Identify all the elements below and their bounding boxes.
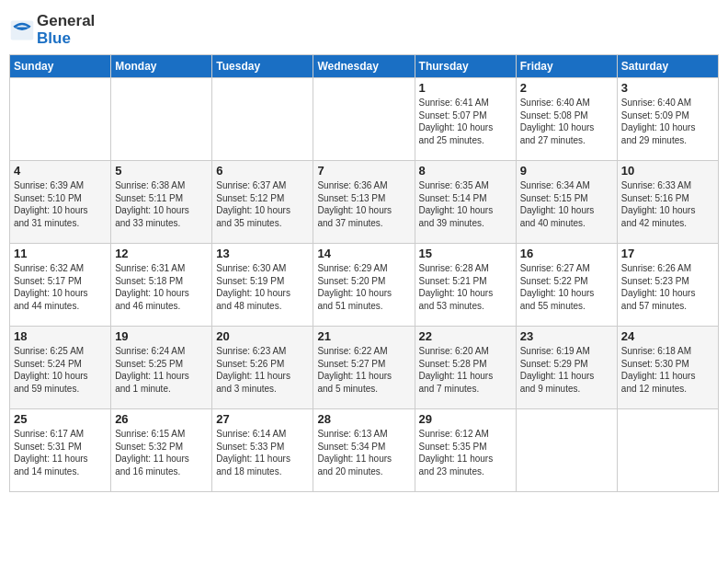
calendar-cell: 17Sunrise: 6:26 AM Sunset: 5:23 PM Dayli… bbox=[617, 244, 718, 327]
calendar-cell: 18Sunrise: 6:25 AM Sunset: 5:24 PM Dayli… bbox=[10, 327, 111, 409]
day-number: 7 bbox=[317, 164, 410, 178]
logo-icon bbox=[9, 17, 35, 43]
cell-info: Sunrise: 6:12 AM Sunset: 5:35 PM Dayligh… bbox=[419, 428, 512, 477]
header-monday: Monday bbox=[111, 55, 212, 78]
cell-info: Sunrise: 6:40 AM Sunset: 5:08 PM Dayligh… bbox=[520, 97, 613, 146]
cell-info: Sunrise: 6:36 AM Sunset: 5:13 PM Dayligh… bbox=[317, 179, 410, 229]
calendar-week-row: 18Sunrise: 6:25 AM Sunset: 5:24 PM Dayli… bbox=[10, 327, 719, 409]
day-number: 20 bbox=[216, 329, 309, 343]
calendar-cell: 4Sunrise: 6:39 AM Sunset: 5:10 PM Daylig… bbox=[10, 161, 111, 244]
day-number: 8 bbox=[419, 164, 512, 178]
day-number: 10 bbox=[621, 164, 714, 178]
calendar-cell: 1Sunrise: 6:41 AM Sunset: 5:07 PM Daylig… bbox=[415, 78, 516, 161]
cell-info: Sunrise: 6:35 AM Sunset: 5:14 PM Dayligh… bbox=[419, 179, 512, 229]
cell-info: Sunrise: 6:27 AM Sunset: 5:22 PM Dayligh… bbox=[520, 262, 613, 312]
calendar-cell: 19Sunrise: 6:24 AM Sunset: 5:25 PM Dayli… bbox=[111, 327, 212, 409]
header-wednesday: Wednesday bbox=[313, 55, 415, 78]
day-number: 13 bbox=[216, 247, 309, 260]
cell-info: Sunrise: 6:25 AM Sunset: 5:24 PM Dayligh… bbox=[14, 345, 107, 395]
calendar-cell bbox=[313, 78, 415, 161]
calendar-cell: 20Sunrise: 6:23 AM Sunset: 5:26 PM Dayli… bbox=[212, 327, 313, 409]
calendar-cell bbox=[617, 409, 718, 492]
calendar-cell bbox=[10, 78, 111, 161]
calendar-cell: 15Sunrise: 6:28 AM Sunset: 5:21 PM Dayli… bbox=[415, 244, 516, 327]
calendar-cell: 2Sunrise: 6:40 AM Sunset: 5:08 PM Daylig… bbox=[516, 78, 617, 161]
calendar-cell bbox=[212, 78, 313, 161]
calendar-cell: 21Sunrise: 6:22 AM Sunset: 5:27 PM Dayli… bbox=[313, 327, 415, 409]
calendar-cell: 8Sunrise: 6:35 AM Sunset: 5:14 PM Daylig… bbox=[415, 161, 516, 244]
calendar-cell: 24Sunrise: 6:18 AM Sunset: 5:30 PM Dayli… bbox=[617, 327, 718, 409]
calendar-header-row: SundayMondayTuesdayWednesdayThursdayFrid… bbox=[10, 55, 719, 78]
calendar-week-row: 11Sunrise: 6:32 AM Sunset: 5:17 PM Dayli… bbox=[10, 244, 719, 327]
calendar-cell: 14Sunrise: 6:29 AM Sunset: 5:20 PM Dayli… bbox=[313, 244, 415, 327]
calendar-cell: 27Sunrise: 6:14 AM Sunset: 5:33 PM Dayli… bbox=[212, 409, 313, 492]
cell-info: Sunrise: 6:39 AM Sunset: 5:10 PM Dayligh… bbox=[14, 179, 107, 229]
cell-info: Sunrise: 6:19 AM Sunset: 5:29 PM Dayligh… bbox=[520, 345, 613, 395]
page-header: General Blue bbox=[9, 9, 719, 47]
cell-info: Sunrise: 6:32 AM Sunset: 5:17 PM Dayligh… bbox=[14, 262, 107, 312]
day-number: 25 bbox=[14, 412, 107, 426]
header-friday: Friday bbox=[516, 55, 617, 78]
calendar-cell: 10Sunrise: 6:33 AM Sunset: 5:16 PM Dayli… bbox=[617, 161, 718, 244]
calendar-week-row: 4Sunrise: 6:39 AM Sunset: 5:10 PM Daylig… bbox=[10, 161, 719, 244]
cell-info: Sunrise: 6:15 AM Sunset: 5:32 PM Dayligh… bbox=[115, 428, 208, 477]
day-number: 22 bbox=[419, 329, 512, 343]
logo-general: General bbox=[37, 13, 95, 30]
cell-info: Sunrise: 6:29 AM Sunset: 5:20 PM Dayligh… bbox=[317, 262, 410, 312]
calendar-cell: 6Sunrise: 6:37 AM Sunset: 5:12 PM Daylig… bbox=[212, 161, 313, 244]
calendar-cell: 29Sunrise: 6:12 AM Sunset: 5:35 PM Dayli… bbox=[415, 409, 516, 492]
cell-info: Sunrise: 6:37 AM Sunset: 5:12 PM Dayligh… bbox=[216, 179, 309, 229]
cell-info: Sunrise: 6:13 AM Sunset: 5:34 PM Dayligh… bbox=[317, 428, 410, 477]
day-number: 14 bbox=[317, 247, 410, 260]
logo: General Blue bbox=[9, 13, 95, 47]
calendar-table: SundayMondayTuesdayWednesdayThursdayFrid… bbox=[9, 54, 719, 492]
calendar-cell bbox=[111, 78, 212, 161]
cell-info: Sunrise: 6:41 AM Sunset: 5:07 PM Dayligh… bbox=[419, 97, 512, 146]
day-number: 24 bbox=[621, 329, 714, 343]
calendar-cell: 28Sunrise: 6:13 AM Sunset: 5:34 PM Dayli… bbox=[313, 409, 415, 492]
header-saturday: Saturday bbox=[617, 55, 718, 78]
calendar-cell: 12Sunrise: 6:31 AM Sunset: 5:18 PM Dayli… bbox=[111, 244, 212, 327]
cell-info: Sunrise: 6:22 AM Sunset: 5:27 PM Dayligh… bbox=[317, 345, 410, 395]
header-thursday: Thursday bbox=[415, 55, 516, 78]
day-number: 21 bbox=[317, 329, 410, 343]
day-number: 17 bbox=[621, 247, 714, 260]
day-number: 4 bbox=[14, 164, 107, 178]
calendar-week-row: 1Sunrise: 6:41 AM Sunset: 5:07 PM Daylig… bbox=[10, 78, 719, 161]
calendar-cell: 13Sunrise: 6:30 AM Sunset: 5:19 PM Dayli… bbox=[212, 244, 313, 327]
cell-info: Sunrise: 6:26 AM Sunset: 5:23 PM Dayligh… bbox=[621, 262, 714, 312]
day-number: 29 bbox=[419, 412, 512, 426]
cell-info: Sunrise: 6:20 AM Sunset: 5:28 PM Dayligh… bbox=[419, 345, 512, 395]
cell-info: Sunrise: 6:17 AM Sunset: 5:31 PM Dayligh… bbox=[14, 428, 107, 477]
day-number: 19 bbox=[115, 329, 208, 343]
day-number: 18 bbox=[14, 329, 107, 343]
calendar-cell: 7Sunrise: 6:36 AM Sunset: 5:13 PM Daylig… bbox=[313, 161, 415, 244]
calendar-cell: 5Sunrise: 6:38 AM Sunset: 5:11 PM Daylig… bbox=[111, 161, 212, 244]
day-number: 26 bbox=[115, 412, 208, 426]
day-number: 3 bbox=[621, 81, 714, 95]
cell-info: Sunrise: 6:24 AM Sunset: 5:25 PM Dayligh… bbox=[115, 345, 208, 395]
day-number: 2 bbox=[520, 81, 613, 95]
calendar-cell bbox=[516, 409, 617, 492]
calendar-cell: 3Sunrise: 6:40 AM Sunset: 5:09 PM Daylig… bbox=[617, 78, 718, 161]
day-number: 11 bbox=[14, 247, 107, 260]
cell-info: Sunrise: 6:30 AM Sunset: 5:19 PM Dayligh… bbox=[216, 262, 309, 312]
cell-info: Sunrise: 6:34 AM Sunset: 5:15 PM Dayligh… bbox=[520, 179, 613, 229]
cell-info: Sunrise: 6:40 AM Sunset: 5:09 PM Dayligh… bbox=[621, 97, 714, 146]
day-number: 28 bbox=[317, 412, 410, 426]
day-number: 5 bbox=[115, 164, 208, 178]
day-number: 9 bbox=[520, 164, 613, 178]
day-number: 6 bbox=[216, 164, 309, 178]
cell-info: Sunrise: 6:18 AM Sunset: 5:30 PM Dayligh… bbox=[621, 345, 714, 395]
calendar-cell: 22Sunrise: 6:20 AM Sunset: 5:28 PM Dayli… bbox=[415, 327, 516, 409]
header-tuesday: Tuesday bbox=[212, 55, 313, 78]
cell-info: Sunrise: 6:38 AM Sunset: 5:11 PM Dayligh… bbox=[115, 179, 208, 229]
logo-blue: Blue bbox=[37, 30, 95, 48]
calendar-week-row: 25Sunrise: 6:17 AM Sunset: 5:31 PM Dayli… bbox=[10, 409, 719, 492]
day-number: 12 bbox=[115, 247, 208, 260]
cell-info: Sunrise: 6:14 AM Sunset: 5:33 PM Dayligh… bbox=[216, 428, 309, 477]
cell-info: Sunrise: 6:23 AM Sunset: 5:26 PM Dayligh… bbox=[216, 345, 309, 395]
calendar-cell: 26Sunrise: 6:15 AM Sunset: 5:32 PM Dayli… bbox=[111, 409, 212, 492]
day-number: 23 bbox=[520, 329, 613, 343]
calendar-cell: 16Sunrise: 6:27 AM Sunset: 5:22 PM Dayli… bbox=[516, 244, 617, 327]
